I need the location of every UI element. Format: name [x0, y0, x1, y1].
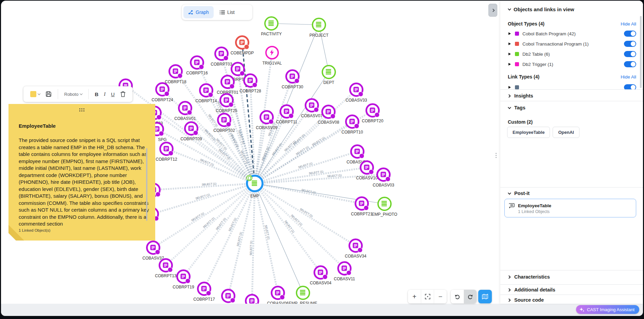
- object-type-list: Cobol Batch Program (42)Cobol Transactio…: [500, 29, 643, 69]
- link-types-hide-all[interactable]: Hide All: [621, 74, 636, 79]
- section-insights[interactable]: Insights: [500, 91, 643, 101]
- delete-note-button[interactable]: [118, 88, 128, 100]
- chevron-right-icon: [507, 298, 511, 302]
- objects-links-section-header[interactable]: Objects and links in view: [500, 4, 643, 14]
- link-count-badge: [168, 151, 174, 156]
- link-count-badge: [155, 250, 160, 255]
- node-label: TRIG1VAL: [262, 61, 282, 66]
- tag-chip-employeetable[interactable]: EmployeeTable: [507, 127, 550, 138]
- object-type-label: Cobol Transactional Program (1): [522, 41, 624, 47]
- link-count-badge: [164, 91, 169, 96]
- object-type-row[interactable]: Db2 Trigger (1): [500, 59, 643, 69]
- link-type-row-partial[interactable]: [500, 82, 643, 89]
- link-count-badge: [358, 92, 363, 97]
- sidebar-scrollbar[interactable]: [640, 16, 642, 88]
- node-label: COBRPT13: [155, 273, 176, 278]
- section-tags[interactable]: Tags: [500, 103, 643, 112]
- link-count-badge: [269, 119, 274, 124]
- object-type-row[interactable]: Cobol Transactional Program (1): [500, 39, 643, 49]
- node-label: COBRPT21: [351, 212, 372, 216]
- fit-view-button[interactable]: [421, 290, 434, 303]
- bold-button[interactable]: B: [92, 88, 101, 100]
- graph-icon: [188, 10, 193, 15]
- node-label: COBASV08: [318, 120, 339, 125]
- expand-triangle-icon[interactable]: [508, 86, 511, 89]
- object-link-types-scrollarea: Object Types (4) Hide All Cobol Batch Pr…: [500, 15, 643, 89]
- expand-triangle-icon[interactable]: [508, 32, 511, 35]
- link-count-badge: [330, 114, 336, 119]
- sparkle-icon: [579, 307, 585, 312]
- object-type-toggle[interactable]: [624, 31, 636, 37]
- expand-triangle-icon[interactable]: [508, 53, 511, 55]
- link-count-badge: [230, 84, 235, 89]
- link-count-badge: [375, 112, 380, 118]
- redo-button[interactable]: [464, 290, 477, 303]
- minimap-toggle-button[interactable]: [478, 290, 492, 303]
- postit-note[interactable]: EmployeeTable The provided source code s…: [8, 104, 155, 241]
- zoom-in-button[interactable]: +: [408, 290, 421, 303]
- font-dropdown[interactable]: Roboto: [61, 88, 85, 100]
- footer-bar: CAST Imaging Assistant: [1, 304, 643, 316]
- object-type-toggle[interactable]: [624, 41, 636, 47]
- link-type-color: [515, 85, 519, 89]
- link-count-badge: [159, 131, 164, 136]
- tag-chip-openai[interactable]: OpenAI: [553, 127, 579, 138]
- link-count-badge: [346, 270, 352, 276]
- node-label: PACTIVITY: [261, 32, 282, 36]
- assistant-button[interactable]: CAST Imaging Assistant: [576, 305, 639, 314]
- node-label: COBASV04: [310, 281, 331, 285]
- drag-handle-icon[interactable]: [79, 108, 85, 111]
- section-characteristics[interactable]: Characteristics: [500, 272, 643, 282]
- save-note-button[interactable]: [43, 88, 54, 100]
- font-name: Roboto: [64, 92, 78, 97]
- link-count-badge: [359, 154, 364, 159]
- expand-triangle-icon[interactable]: [508, 63, 511, 66]
- object-type-color: [515, 32, 519, 36]
- expand-triangle-icon[interactable]: [508, 42, 511, 45]
- node-label: SPG: [158, 137, 166, 142]
- tab-graph[interactable]: Graph: [183, 6, 214, 18]
- node-label: COBRPT25: [216, 108, 237, 113]
- link-count-badge: [206, 291, 211, 296]
- section-source-code[interactable]: Source code: [500, 296, 643, 304]
- link-count-badge: [193, 130, 198, 136]
- section-additional-details[interactable]: Additional details: [500, 285, 643, 294]
- list-icon: [220, 10, 225, 15]
- object-type-row[interactable]: Cobol Batch Program (42): [500, 29, 643, 39]
- tab-list[interactable]: List: [215, 6, 239, 18]
- node-label: DEPT: [323, 80, 334, 85]
- node-label: EMP_PHOTO: [372, 212, 397, 217]
- node-label: COBRPT16: [186, 71, 208, 75]
- link-count-badge: [156, 192, 161, 197]
- note-color-picker[interactable]: [28, 88, 43, 100]
- node-label: COBRPT28: [239, 89, 261, 93]
- postit-card[interactable]: EmployeeTable 1 Linked Objects: [504, 199, 636, 217]
- node-label: COBRPT12: [156, 157, 177, 162]
- comment-icon: [509, 203, 515, 208]
- object-type-row[interactable]: Db2 Table (6): [500, 49, 643, 59]
- link-count-badge: [289, 113, 294, 119]
- sidebar-collapse-button[interactable]: [488, 4, 497, 17]
- postit-scrollbar[interactable]: [146, 148, 147, 221]
- italic-button[interactable]: I: [101, 88, 108, 100]
- node-label: COBRPT02: [213, 128, 235, 133]
- node-label: COBRPT24: [151, 98, 173, 102]
- link-type-toggle[interactable]: [624, 84, 636, 89]
- object-type-toggle[interactable]: [624, 51, 636, 57]
- section-postit[interactable]: Post-it: [500, 189, 643, 198]
- object-type-color: [515, 62, 519, 66]
- object-types-hide-all[interactable]: Hide All: [621, 21, 636, 26]
- zoom-out-button[interactable]: −: [434, 290, 447, 303]
- node-label: COBASV03: [373, 183, 394, 188]
- undo-button[interactable]: [451, 290, 464, 303]
- sidebar-resize-handle[interactable]: [496, 153, 497, 158]
- link-count-badge: [240, 71, 245, 76]
- object-type-toggle[interactable]: [624, 61, 636, 67]
- link-count-badge: [358, 248, 363, 253]
- toolbar-divider: [88, 89, 89, 99]
- node-label: COBRPT10: [341, 130, 363, 135]
- underline-button[interactable]: U: [108, 88, 118, 100]
- undo-icon: [454, 294, 460, 300]
- link-count-badge: [364, 206, 369, 211]
- link-types-title: Link Types (4): [508, 74, 539, 79]
